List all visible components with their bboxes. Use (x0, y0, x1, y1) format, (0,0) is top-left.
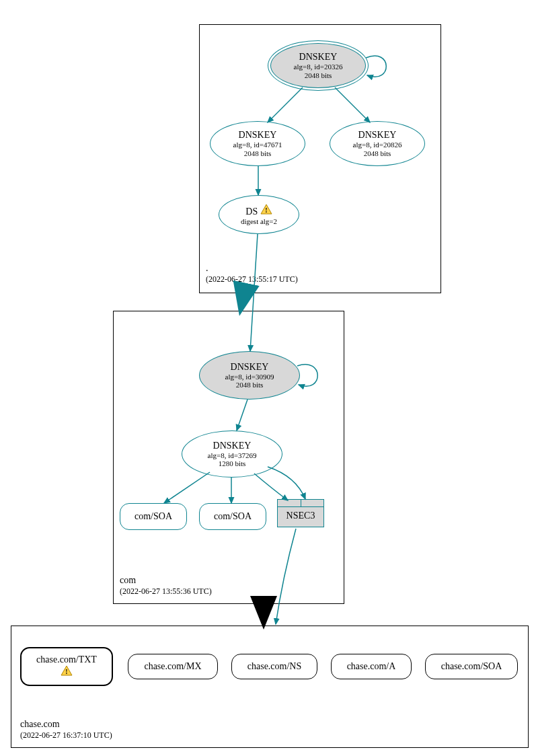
node-sub2: 2048 bits (364, 149, 391, 157)
node-title: NSEC3 (277, 507, 324, 527)
node-chase-ns[interactable]: chase.com/NS (231, 654, 317, 679)
svg-text:!: ! (265, 206, 267, 214)
node-sub1: alg=8, id=20326 (294, 63, 343, 71)
node-title: chase.com/SOA (441, 661, 502, 672)
node-sub1: alg=8, id=47671 (233, 141, 282, 149)
zone-root-name: . (206, 262, 298, 274)
node-sub2: 2048 bits (244, 149, 272, 157)
node-ds-row: DS ! (245, 204, 272, 217)
warning-icon: ! (61, 665, 73, 679)
zone-root-ts: (2022-06-27 13:55:17 UTC) (206, 274, 298, 285)
zone-chase-name: chase.com (20, 718, 112, 730)
node-chase-txt[interactable]: chase.com/TXT ! (20, 647, 113, 686)
node-title: DNSKEY (231, 362, 269, 373)
node-com-soa2[interactable]: com/SOA (199, 503, 266, 530)
node-sub1: alg=8, id=30909 (225, 373, 274, 381)
node-root-ds[interactable]: DS ! digest alg=2 (219, 195, 299, 234)
node-chase-a[interactable]: chase.com/A (331, 654, 412, 679)
node-sub2: 1280 bits (219, 459, 246, 467)
node-sub1: digest alg=2 (241, 217, 277, 225)
zone-com-ts: (2022-06-27 13:55:36 UTC) (120, 587, 212, 597)
node-nsec3[interactable]: NSEC3 (277, 499, 324, 529)
node-root-ksk[interactable]: DNSKEY alg=8, id=20326 2048 bits (270, 43, 366, 88)
node-title: DS (245, 206, 258, 217)
node-sub1: alg=8, id=37269 (208, 451, 257, 459)
node-title: DNSKEY (358, 130, 397, 141)
node-com-soa1[interactable]: com/SOA (120, 503, 187, 530)
node-sub1: alg=8, id=20826 (353, 141, 402, 149)
node-root-zsk2[interactable]: DNSKEY alg=8, id=20826 2048 bits (330, 121, 425, 166)
node-title: DNSKEY (239, 130, 277, 141)
node-title: chase.com/MX (144, 661, 201, 672)
node-com-zsk[interactable]: DNSKEY alg=8, id=37269 1280 bits (182, 430, 282, 478)
node-title: chase.com/NS (247, 661, 301, 672)
node-com-ksk[interactable]: DNSKEY alg=8, id=30909 2048 bits (199, 351, 300, 400)
warning-icon: ! (260, 204, 272, 217)
zone-com-label: com (2022-06-27 13:55:36 UTC) (120, 574, 212, 597)
node-sub2: 2048 bits (305, 71, 332, 79)
node-title: chase.com/TXT (36, 654, 97, 665)
node-sub2: 2048 bits (236, 381, 264, 389)
zone-root-label: . (2022-06-27 13:55:17 UTC) (206, 262, 298, 285)
node-root-zsk1[interactable]: DNSKEY alg=8, id=47671 2048 bits (210, 121, 305, 166)
zone-chase-label: chase.com (2022-06-27 16:37:10 UTC) (20, 718, 112, 741)
zone-com-name: com (120, 574, 212, 587)
node-chase-soa[interactable]: chase.com/SOA (425, 654, 518, 679)
node-title: DNSKEY (299, 52, 338, 63)
svg-text:!: ! (65, 668, 67, 675)
node-title: com/SOA (214, 511, 252, 522)
zone-chase-ts: (2022-06-27 16:37:10 UTC) (20, 730, 112, 741)
node-title: chase.com/A (347, 661, 396, 672)
node-chase-mx[interactable]: chase.com/MX (128, 654, 218, 679)
node-title: com/SOA (135, 511, 172, 522)
node-title: DNSKEY (213, 441, 252, 451)
